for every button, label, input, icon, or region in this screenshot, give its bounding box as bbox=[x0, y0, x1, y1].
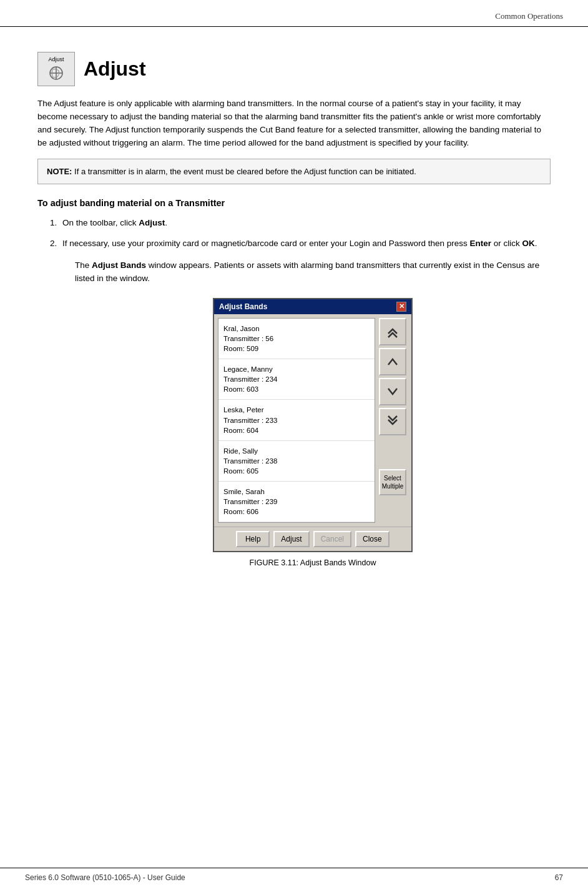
dialog-titlebar: Adjust Bands ✕ bbox=[214, 299, 411, 314]
patient-transmitter: Transmitter : 239 bbox=[223, 497, 370, 507]
dialog-body: Kral, Jason Transmitter : 56 Room: 509 L… bbox=[214, 314, 411, 527]
patient-name: Ride, Sally bbox=[223, 446, 370, 456]
patient-transmitter: Transmitter : 56 bbox=[223, 334, 370, 344]
close-button[interactable]: Close bbox=[355, 531, 390, 547]
scroll-to-top-button[interactable] bbox=[379, 318, 406, 345]
sub-paragraph: The Adjust Bands window appears. Patient… bbox=[75, 259, 551, 285]
step-2-bold-ok: OK bbox=[522, 239, 535, 248]
page-title: Adjust bbox=[84, 57, 146, 81]
step-1-bold: Adjust bbox=[139, 218, 165, 227]
step-1: 1. On the toolbar, click Adjust. bbox=[37, 217, 551, 230]
patient-room: Room: 606 bbox=[223, 507, 370, 517]
patient-room: Room: 603 bbox=[223, 384, 370, 394]
page-header: Common Operations bbox=[0, 0, 588, 27]
adjust-icon bbox=[46, 64, 66, 82]
page-footer: Series 6.0 Software (0510-1065-A) - User… bbox=[0, 868, 588, 887]
steps-list: 1. On the toolbar, click Adjust. 2. If n… bbox=[37, 217, 551, 250]
adjust-icon-box: Adjust bbox=[37, 52, 75, 86]
footer-right: 67 bbox=[555, 873, 563, 882]
step-2: 2. If necessary, use your proximity card… bbox=[37, 237, 551, 250]
patient-name: Leska, Peter bbox=[223, 405, 370, 415]
list-item[interactable]: Smile, Sarah Transmitter : 239 Room: 606 bbox=[218, 482, 375, 522]
list-item[interactable]: Kral, Jason Transmitter : 56 Room: 509 bbox=[218, 319, 375, 359]
dialog-footer: Help Adjust Cancel Close bbox=[214, 527, 411, 551]
cancel-button[interactable]: Cancel bbox=[313, 531, 351, 547]
select-multiple-label: SelectMultiple bbox=[382, 474, 403, 490]
dialog-list: Kral, Jason Transmitter : 56 Room: 509 L… bbox=[218, 318, 375, 523]
icon-label: Adjust bbox=[48, 56, 64, 62]
dialog-title: Adjust Bands bbox=[219, 302, 267, 311]
step-1-num: 1. bbox=[37, 217, 62, 230]
step-2-bold-enter: Enter bbox=[470, 239, 492, 248]
patient-name: Kral, Jason bbox=[223, 324, 370, 334]
select-multiple-button[interactable]: SelectMultiple bbox=[379, 469, 406, 495]
scroll-down-button[interactable] bbox=[379, 378, 406, 405]
step-1-content: On the toolbar, click Adjust. bbox=[62, 217, 551, 230]
title-section: Adjust Adjust bbox=[37, 52, 551, 86]
patient-transmitter: Transmitter : 233 bbox=[223, 415, 370, 425]
dialog-close-button[interactable]: ✕ bbox=[396, 302, 406, 312]
patient-name: Legace, Manny bbox=[223, 364, 370, 374]
list-item[interactable]: Ride, Sally Transmitter : 238 Room: 605 bbox=[218, 441, 375, 482]
footer-left: Series 6.0 Software (0510-1065-A) - User… bbox=[25, 873, 185, 882]
main-content: Adjust Adjust The Adjust feature is only… bbox=[0, 27, 588, 615]
section-heading: To adjust banding material on a Transmit… bbox=[37, 198, 551, 208]
figure-container: Adjust Bands ✕ Kral, Jason Transmitter :… bbox=[75, 298, 551, 567]
body-paragraph: The Adjust feature is only applicable wi… bbox=[37, 97, 551, 150]
step-2-content: If necessary, use your proximity card or… bbox=[62, 237, 551, 250]
dialog-controls: SelectMultiple bbox=[379, 318, 408, 523]
patient-room: Room: 604 bbox=[223, 425, 370, 435]
patient-room: Room: 509 bbox=[223, 344, 370, 354]
dialog-window: Adjust Bands ✕ Kral, Jason Transmitter :… bbox=[213, 298, 413, 552]
note-box: NOTE: If a transmitter is in alarm, the … bbox=[37, 159, 551, 185]
figure-caption: FIGURE 3.11: Adjust Bands Window bbox=[250, 558, 376, 567]
list-item[interactable]: Leska, Peter Transmitter : 233 Room: 604 bbox=[218, 400, 375, 440]
sub-para-bold: Adjust Bands bbox=[92, 260, 146, 270]
help-button[interactable]: Help bbox=[236, 531, 270, 547]
patient-name: Smile, Sarah bbox=[223, 487, 370, 497]
scroll-up-button[interactable] bbox=[379, 348, 406, 375]
header-title: Common Operations bbox=[495, 11, 563, 21]
note-text: If a transmitter is in alarm, the event … bbox=[74, 167, 416, 176]
note-label: NOTE: bbox=[47, 167, 72, 176]
scroll-to-bottom-button[interactable] bbox=[379, 408, 406, 435]
adjust-button[interactable]: Adjust bbox=[273, 531, 309, 547]
list-item[interactable]: Legace, Manny Transmitter : 234 Room: 60… bbox=[218, 359, 375, 400]
step-2-num: 2. bbox=[37, 237, 62, 250]
patient-room: Room: 605 bbox=[223, 466, 370, 476]
patient-transmitter: Transmitter : 238 bbox=[223, 456, 370, 466]
patient-transmitter: Transmitter : 234 bbox=[223, 374, 370, 384]
